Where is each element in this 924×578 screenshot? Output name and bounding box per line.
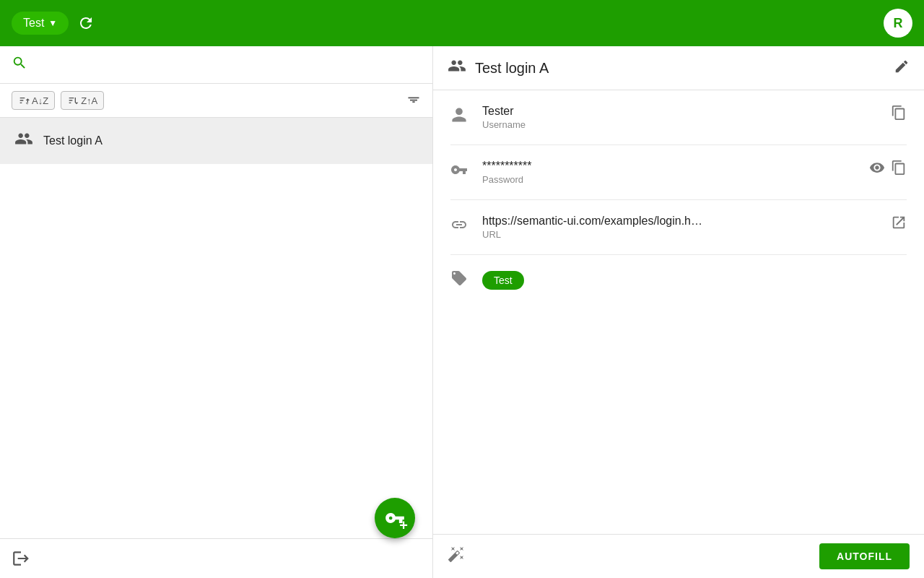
detail-header: Test login A bbox=[433, 46, 924, 90]
logout-icon bbox=[12, 549, 30, 568]
topbar: Test ▼ R bbox=[0, 0, 924, 46]
list-item[interactable]: Test login A bbox=[0, 118, 432, 164]
password-field-row: *********** Password bbox=[450, 145, 907, 200]
edit-icon bbox=[894, 59, 910, 74]
username-field-row: Tester Username bbox=[450, 90, 907, 145]
search-icon bbox=[12, 55, 27, 74]
refresh-button[interactable] bbox=[77, 14, 95, 32]
tags-row: Test bbox=[450, 255, 907, 306]
copy-icon bbox=[891, 105, 907, 121]
refresh-icon bbox=[77, 14, 95, 32]
password-actions bbox=[869, 160, 907, 179]
autofill-button[interactable]: AUTOFILL bbox=[819, 543, 910, 569]
add-login-fab[interactable]: + bbox=[375, 498, 415, 538]
list-item-label: Test login A bbox=[43, 134, 103, 147]
detail-title: Test login A bbox=[475, 60, 885, 77]
main-layout: A↓Z Z↑A Test login A bbox=[0, 46, 924, 578]
copy-username-button[interactable] bbox=[891, 105, 907, 124]
magic-wand-icon bbox=[448, 545, 465, 563]
eye-icon bbox=[869, 160, 885, 176]
sort-az-button[interactable]: A↓Z bbox=[12, 91, 55, 110]
auto-type-button[interactable] bbox=[448, 545, 465, 567]
username-value: Tester bbox=[482, 105, 879, 118]
search-bar bbox=[0, 46, 432, 84]
chevron-down-icon: ▼ bbox=[48, 18, 57, 28]
right-panel: Test login A Tester Username bbox=[433, 46, 924, 578]
tags-icon bbox=[450, 269, 471, 291]
search-input[interactable] bbox=[33, 59, 421, 72]
fab-plus-indicator: + bbox=[399, 518, 408, 532]
username-actions bbox=[891, 105, 907, 124]
sort-az-label: A↓Z bbox=[32, 95, 48, 106]
key-icon bbox=[450, 161, 471, 183]
username-label: Username bbox=[482, 119, 879, 130]
logout-button[interactable] bbox=[12, 549, 30, 568]
filter-button[interactable] bbox=[406, 92, 421, 110]
detail-body: Tester Username bbox=[433, 90, 924, 534]
url-value: https://semantic-ui.com/examples/login.h… bbox=[482, 215, 879, 228]
group-label: Test bbox=[23, 17, 44, 30]
group-selector-button[interactable]: Test ▼ bbox=[12, 12, 69, 35]
url-field-row: https://semantic-ui.com/examples/login.h… bbox=[450, 200, 907, 255]
tag-chip[interactable]: Test bbox=[482, 271, 524, 290]
password-field-content: *********** Password bbox=[482, 160, 858, 185]
url-label: URL bbox=[482, 229, 879, 240]
person-icon bbox=[450, 106, 471, 128]
sort-za-button[interactable]: Z↑A bbox=[61, 91, 104, 110]
copy-password-button[interactable] bbox=[891, 160, 907, 179]
password-label: Password bbox=[482, 174, 858, 185]
login-group-icon bbox=[14, 129, 33, 152]
sort-za-label: Z↑A bbox=[81, 95, 97, 106]
url-actions bbox=[891, 215, 907, 234]
detail-header-group-icon bbox=[448, 56, 466, 79]
sort-az-icon bbox=[18, 95, 30, 106]
left-bottom-bar bbox=[0, 538, 432, 578]
open-external-icon bbox=[891, 215, 907, 230]
avatar: R bbox=[884, 9, 912, 38]
username-field-content: Tester Username bbox=[482, 105, 879, 130]
edit-button[interactable] bbox=[894, 59, 910, 78]
detail-bottom-bar: AUTOFILL bbox=[433, 534, 924, 578]
copy-password-icon bbox=[891, 160, 907, 176]
url-field-content: https://semantic-ui.com/examples/login.h… bbox=[482, 215, 879, 240]
open-url-button[interactable] bbox=[891, 215, 907, 234]
password-value: *********** bbox=[482, 160, 858, 173]
sort-za-icon bbox=[67, 95, 79, 106]
link-icon bbox=[450, 216, 471, 238]
reveal-password-button[interactable] bbox=[869, 160, 885, 179]
left-panel: A↓Z Z↑A Test login A bbox=[0, 46, 433, 578]
filter-sort-bar: A↓Z Z↑A bbox=[0, 84, 432, 118]
login-list: Test login A bbox=[0, 118, 432, 538]
filter-icon bbox=[406, 92, 421, 106]
